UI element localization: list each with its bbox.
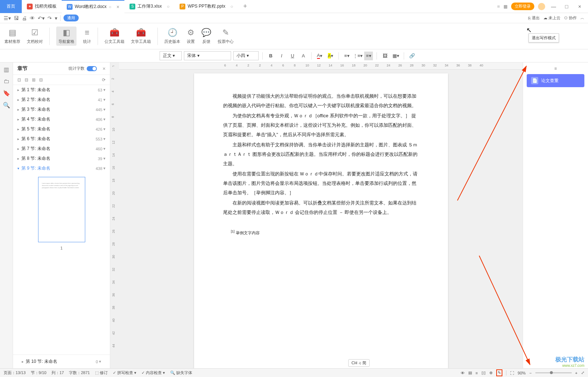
ribbon-history[interactable]: 🕘历史版本 <box>164 28 180 44</box>
document-page[interactable]: 视频提供了功能强大的方法帮助你证明你的观点。当你单击联机视频时，可以在想要添加的… <box>194 73 448 368</box>
horizontal-ruler[interactable]: 642246810121416182022242628303234363840 <box>119 62 523 70</box>
status-line[interactable]: 列：17 <box>52 370 64 376</box>
status-content[interactable]: ✓ 内容检查 ▾ <box>141 370 165 376</box>
chapter-item[interactable]: ▸第 1 节: 未命名63▾ <box>13 85 110 95</box>
ime-indicator[interactable]: CH ♫ 简 <box>348 359 370 367</box>
tab-doc-active[interactable]: W Word教程2.docx ○ × <box>62 0 124 13</box>
fullscreen-icon[interactable]: ⤢ <box>581 370 584 375</box>
status-page[interactable]: 页面：13/13 <box>4 370 26 376</box>
font-select[interactable]: 宋体 ▾ <box>184 51 231 60</box>
bold-button[interactable]: B <box>266 52 275 60</box>
cloud-status[interactable]: ☁未上云 <box>543 15 560 21</box>
bookmark-icon[interactable]: 🔖 <box>3 90 10 97</box>
save-icon[interactable]: 🖫 <box>14 15 19 21</box>
collapse-ribbon-button[interactable]: ︿ <box>580 15 584 21</box>
zoom-out-button[interactable]: − <box>529 371 531 375</box>
document-scroll[interactable]: 视频提供了功能强大的方法帮助你证明你的观点。当你单击联机视频时，可以在想要添加的… <box>119 70 523 368</box>
apps-icon[interactable]: ▦ <box>503 4 507 9</box>
chapter-item[interactable]: ▸第 10 节: 未命名0▾ <box>17 357 106 366</box>
login-button[interactable]: 立即登录 <box>511 3 534 10</box>
print-icon[interactable]: 🖨 <box>22 15 27 21</box>
plagiarism-check-button[interactable]: 📄 论文查重 <box>527 74 584 87</box>
maximize-button[interactable]: □ <box>562 4 571 9</box>
page-thumbnail[interactable]: Lorem ipsum dolor sit amet text preview … <box>38 177 85 242</box>
ribbon-feedback[interactable]: 💬反馈 <box>201 28 211 44</box>
chapter-item[interactable]: ▸第 6 节: 未命名553▾ <box>13 134 110 144</box>
menu-icon[interactable]: ☰▾ <box>4 15 11 21</box>
table-button[interactable]: ▦▾ <box>391 52 400 60</box>
ribbon-nav[interactable]: ◧导航窗格 <box>56 27 77 46</box>
status-edit[interactable]: ⬚ 修订 <box>95 370 108 376</box>
exit-button[interactable]: ⎘退出 <box>528 15 540 21</box>
collapse-panel-icon[interactable]: ≡ <box>527 66 584 71</box>
ribbon-material[interactable]: ▤素材推荐 <box>4 28 20 44</box>
view-mode-3-icon[interactable]: ▯▯ <box>481 370 486 375</box>
zoom-value[interactable]: 90% <box>518 371 526 375</box>
link-button[interactable]: 🔗 <box>408 52 416 60</box>
tool-add-icon[interactable]: ⊞ <box>32 77 36 82</box>
size-select[interactable]: 小四 ▾ <box>233 51 259 60</box>
ribbon-gov-tools[interactable]: 🧰公文工具箱 <box>104 28 124 44</box>
write-mode-icon[interactable]: ✎ <box>496 369 502 376</box>
image-button[interactable]: 🖼 <box>381 52 389 60</box>
tool-collapse-icon[interactable]: ⊟ <box>25 77 28 82</box>
chapter-item[interactable]: ▸第 8 节: 未命名39▾ <box>13 154 110 163</box>
outline-icon[interactable]: ▥ <box>4 66 9 73</box>
ribbon-vote[interactable]: ✎投票中心 <box>218 28 234 44</box>
separator <box>157 28 158 45</box>
zoom-slider[interactable] <box>535 372 572 373</box>
undo-icon[interactable]: ↶▾ <box>38 15 45 21</box>
preview-icon[interactable]: 👁 <box>30 15 35 21</box>
ribbon-stats[interactable]: ≡统计 <box>83 28 91 44</box>
mode-badge[interactable]: 通用 <box>63 15 79 21</box>
font-color-button[interactable]: A▾ <box>315 52 324 60</box>
view-mode-2-icon[interactable]: ≡ <box>476 371 478 375</box>
tool-remove-icon[interactable]: ⊟ <box>39 77 43 82</box>
search-icon[interactable]: 🔍 <box>3 102 10 109</box>
eye-icon[interactable]: 👁 <box>461 371 465 375</box>
tab-home[interactable]: 首页 <box>0 0 22 13</box>
status-section[interactable]: 节：9/10 <box>31 370 46 376</box>
status-words[interactable]: 字数：2871 <box>69 370 90 376</box>
tab-template[interactable]: ✦ 找稻壳模板 <box>22 0 62 13</box>
collab-button[interactable]: ⚇协作 <box>564 15 577 21</box>
tab-add-button[interactable]: + <box>238 3 252 10</box>
stats-toggle[interactable] <box>87 66 97 71</box>
panel-close-icon[interactable]: × <box>103 66 106 72</box>
fit-page-icon[interactable]: ⛶ <box>510 371 514 375</box>
avatar[interactable] <box>538 3 545 10</box>
highlight-button[interactable]: A▾ <box>326 52 335 60</box>
number-list-button[interactable]: ≡▾ <box>342 52 351 60</box>
status-spell[interactable]: ✓ 拼写检查 ▾ <box>113 370 136 376</box>
italic-button[interactable]: I <box>277 52 286 60</box>
chapter-item[interactable]: ▸第 2 节: 未命名41▾ <box>13 95 110 105</box>
status-font-missing[interactable]: 🔍 缺失字体 <box>170 370 192 376</box>
chapter-item[interactable]: ▸第 5 节: 未命名426▾ <box>13 124 110 134</box>
chapter-item[interactable]: ▸第 4 节: 未命名406▾ <box>13 114 110 124</box>
chapter-item[interactable]: ▸第 7 节: 未命名460▾ <box>13 144 110 154</box>
tool-expand-icon[interactable]: ⊡ <box>17 77 21 82</box>
chapter-item[interactable]: ▸第 3 节: 未命名445▾ <box>13 105 110 114</box>
font-style-button[interactable]: A <box>299 52 308 60</box>
tool-refresh-icon[interactable]: ⟳ <box>102 77 106 82</box>
close-icon[interactable]: × <box>116 4 119 10</box>
minimize-button[interactable]: — <box>549 4 558 9</box>
zoom-in-button[interactable]: + <box>575 371 577 375</box>
view-mode-1-icon[interactable]: ▤ <box>468 370 472 375</box>
web-icon[interactable]: ⊕ <box>489 370 493 375</box>
ribbon-proof[interactable]: ☑文档校对 <box>27 28 43 44</box>
close-window-button[interactable]: × <box>575 4 584 9</box>
style-select[interactable]: 正文 ▾ <box>160 51 182 60</box>
chapter-item-selected[interactable]: ▾第 9 节: 未命名438▾ <box>13 163 110 173</box>
ribbon-settings[interactable]: ⚙设置 <box>187 28 195 44</box>
tab-ppt[interactable]: P WPS PPT教程.pptx ○ <box>174 0 238 13</box>
folder-icon[interactable]: 🗀 <box>4 78 9 85</box>
redo-icon[interactable]: ↷ <box>48 15 52 21</box>
underline-button[interactable]: U <box>288 52 297 60</box>
ribbon-lit-tools[interactable]: 🧰文学工具箱 <box>131 28 151 44</box>
grid3-icon[interactable]: ⌗ <box>497 4 500 9</box>
dropdown-icon[interactable]: ▾ <box>55 15 57 21</box>
tab-xls[interactable]: S 工作簿3.xlsx ○ <box>124 0 174 13</box>
bullet-list-button[interactable]: ⋮≡▾ <box>353 52 362 60</box>
align-button[interactable]: ≡▾ <box>364 52 373 60</box>
